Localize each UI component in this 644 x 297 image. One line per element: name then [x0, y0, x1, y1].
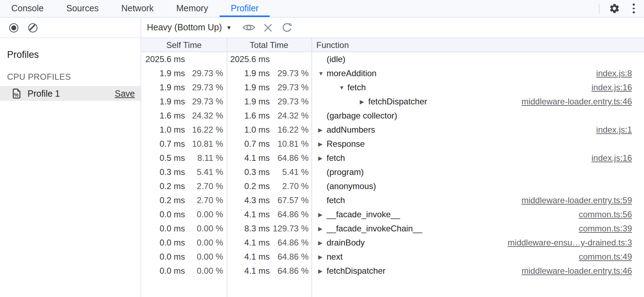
column-header-self-time[interactable]: Self Time — [141, 38, 227, 51]
table-row[interactable]: 0.0 ms0.00 %4.1 ms64.86 %▶drainBodymiddl… — [141, 236, 644, 250]
table-row[interactable]: 0.7 ms10.81 %0.7 ms10.81 %▶Response — [141, 137, 644, 151]
column-header-function[interactable]: Function — [311, 38, 644, 51]
time-ms-value: 0.2 ms — [141, 195, 185, 205]
function-cell: (garbage collector) — [311, 109, 644, 123]
table-row[interactable]: 0.3 ms5.41 %0.3 ms5.41 %(program) — [141, 165, 644, 179]
self-time-cell: 1.9 ms29.73 % — [141, 95, 227, 109]
self-time-cell: 1.9 ms29.73 % — [141, 66, 227, 80]
total-time-cell: 0.7 ms10.81 % — [227, 137, 311, 151]
profile-document-icon: % — [12, 88, 21, 99]
time-ms-value: 4.1 ms — [227, 266, 270, 276]
table-row[interactable]: 0.0 ms0.00 %8.3 ms129.73 %▶__facade_invo… — [141, 222, 644, 236]
tab-network[interactable]: Network — [110, 0, 165, 17]
collapse-expander-icon[interactable]: ▼ — [318, 70, 327, 77]
source-location-link[interactable]: common.ts:39 — [579, 224, 632, 234]
expand-expander-icon[interactable]: ▶ — [318, 141, 327, 147]
function-cell: ▶fetchindex.js:16 — [311, 151, 644, 165]
table-row[interactable]: 0.0 ms0.00 %4.1 ms64.86 %▶nextcommon.ts:… — [141, 250, 644, 264]
table-row[interactable]: 1.9 ms29.73 %1.9 ms29.73 %▼fetchindex.js… — [141, 80, 644, 95]
source-location-link[interactable]: index.js:16 — [591, 153, 632, 163]
restore-functions-refresh-icon[interactable] — [280, 20, 294, 35]
function-name: (idle) — [327, 54, 345, 64]
function-name: (garbage collector) — [327, 111, 397, 121]
expand-expander-icon[interactable]: ▶ — [318, 254, 327, 260]
tab-console[interactable]: Console — [0, 0, 55, 17]
expand-expander-icon[interactable]: ▶ — [318, 225, 327, 232]
expand-expander-icon[interactable]: ▶ — [318, 268, 327, 274]
expand-expander-icon[interactable]: ▶ — [318, 127, 327, 133]
source-location-link[interactable]: index.js:16 — [591, 83, 632, 92]
self-time-cell: 0.0 ms0.00 % — [141, 250, 227, 264]
table-row[interactable]: 0.5 ms8.11 %4.1 ms64.86 %▶fetchindex.js:… — [141, 151, 644, 165]
function-cell: fetchmiddleware-loader.entry.ts:59 — [311, 193, 644, 207]
source-location-link[interactable]: index.js:1 — [596, 125, 632, 135]
table-row[interactable]: 0.0 ms0.00 %4.1 ms64.86 %▶__facade_invok… — [141, 207, 644, 222]
function-cell: ▼moreAdditionindex.js:8 — [311, 66, 644, 80]
function-cell: ▶__facade_invokeChain__common.ts:39 — [311, 222, 644, 236]
time-percent-value: 0.00 % — [185, 266, 223, 276]
table-row[interactable]: 1.9 ms29.73 %1.9 ms29.73 %▶fetchDispatch… — [141, 95, 644, 109]
tab-memory[interactable]: Memory — [165, 0, 219, 17]
self-time-cell: 1.6 ms24.32 % — [141, 109, 227, 123]
self-time-cell: 0.0 ms0.00 % — [141, 236, 227, 250]
time-ms-value: 0.3 ms — [227, 167, 270, 177]
source-location-link[interactable]: index.js:8 — [596, 68, 632, 78]
time-percent-value: 29.73 % — [270, 68, 309, 78]
collapse-expander-icon[interactable]: ▼ — [339, 84, 347, 91]
table-row[interactable]: 1.0 ms16.22 %1.0 ms16.22 %▶addNumbersind… — [141, 123, 644, 137]
function-cell: ▶fetchDispatchermiddleware-loader.entry.… — [311, 264, 644, 278]
time-percent-value: 0.00 % — [185, 224, 223, 234]
exclude-function-close-icon[interactable] — [261, 20, 275, 35]
time-percent-value: 67.57 % — [270, 195, 309, 205]
tab-sources[interactable]: Sources — [55, 0, 110, 17]
time-ms-value: 0.0 ms — [141, 252, 185, 262]
table-row[interactable]: 0.2 ms2.70 %4.3 ms67.57 %fetchmiddleware… — [141, 193, 644, 207]
time-percent-value: 64.86 % — [270, 238, 309, 248]
time-percent-value: 16.22 % — [185, 125, 223, 135]
source-location-link[interactable]: common.ts:56 — [579, 210, 632, 219]
column-divider[interactable] — [227, 38, 227, 297]
expand-expander-icon[interactable]: ▶ — [318, 240, 327, 246]
expand-expander-icon[interactable]: ▶ — [360, 98, 368, 105]
total-time-cell: 1.9 ms29.73 % — [227, 80, 311, 95]
time-percent-value: 5.41 % — [270, 167, 309, 177]
time-ms-value: 0.2 ms — [227, 181, 270, 191]
time-ms-value: 1.9 ms — [227, 68, 270, 78]
self-time-cell: 1.9 ms29.73 % — [141, 80, 227, 95]
profiler-view-controls: Heavy (Bottom Up) ▼ — [141, 18, 644, 37]
total-time-cell: 4.1 ms64.86 % — [227, 207, 311, 222]
devtools-tab-bar: Console Sources Network Memory Profiler — [0, 0, 644, 18]
expand-expander-icon[interactable]: ▶ — [318, 155, 327, 161]
source-location-link[interactable]: middleware-ensu…y-drained.ts:3 — [508, 238, 632, 248]
time-ms-value: 0.7 ms — [141, 139, 185, 149]
time-percent-value: 2.70 % — [185, 195, 223, 205]
clear-profiles-icon[interactable] — [25, 20, 40, 35]
table-row[interactable]: 2025.6 ms2025.6 ms(idle) — [141, 52, 644, 66]
record-profile-icon[interactable] — [6, 20, 20, 35]
time-percent-value: 29.73 % — [270, 83, 309, 92]
profile-list-item[interactable]: % Profile 1 Save — [0, 86, 141, 101]
function-cell: ▶drainBodymiddleware-ensu…y-drained.ts:3 — [311, 236, 644, 250]
focus-selected-eye-icon[interactable] — [242, 20, 256, 35]
source-location-link[interactable]: common.ts:49 — [579, 252, 632, 262]
expand-expander-icon[interactable]: ▶ — [318, 211, 327, 218]
profiler-content: Profiles CPU PROFILES % Profile 1 Save S… — [0, 38, 644, 297]
source-location-link[interactable]: middleware-loader.entry.ts:59 — [521, 195, 632, 205]
more-options-kebab-icon[interactable] — [629, 3, 638, 14]
table-row[interactable]: 0.0 ms0.00 %4.1 ms64.86 %▶fetchDispatche… — [141, 264, 644, 278]
settings-gear-icon[interactable] — [609, 3, 620, 14]
view-mode-dropdown[interactable]: Heavy (Bottom Up) ▼ — [147, 23, 232, 32]
column-divider[interactable] — [311, 38, 312, 297]
column-header-total-time[interactable]: Total Time — [227, 38, 311, 51]
tab-profiler[interactable]: Profiler — [219, 0, 270, 17]
self-time-cell: 0.3 ms5.41 % — [141, 165, 227, 179]
source-location-link[interactable]: middleware-loader.entry.ts:46 — [521, 97, 632, 107]
source-location-link[interactable]: middleware-loader.entry.ts:46 — [521, 266, 632, 276]
table-row[interactable]: 0.2 ms2.70 %0.2 ms2.70 %(anonymous) — [141, 179, 644, 193]
time-ms-value: 4.1 ms — [227, 252, 270, 262]
time-ms-value: 1.9 ms — [141, 68, 185, 78]
table-row[interactable]: 1.6 ms24.32 %1.6 ms24.32 %(garbage colle… — [141, 109, 644, 123]
save-profile-link[interactable]: Save — [115, 89, 135, 98]
time-percent-value: 5.41 % — [185, 167, 223, 177]
table-row[interactable]: 1.9 ms29.73 %1.9 ms29.73 %▼moreAdditioni… — [141, 66, 644, 80]
